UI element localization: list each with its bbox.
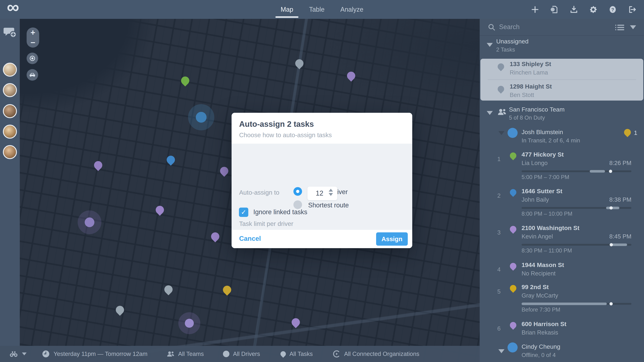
task-timeline[interactable] <box>522 171 632 172</box>
team-collapse-icon[interactable] <box>487 111 493 115</box>
task-address[interactable]: 2100 Washington St <box>522 224 580 231</box>
selected-unassigned-tasks[interactable]: 133 Shipley St Rinchen Lama 1298 Haight … <box>480 59 643 101</box>
driver-name[interactable]: Josh Blumstein <box>522 129 563 136</box>
map-task-pin[interactable] <box>165 154 176 166</box>
connected-orgs-icon <box>332 350 340 358</box>
task-limit-value[interactable]: 12 <box>316 189 323 197</box>
stepper-down-icon[interactable] <box>329 193 333 196</box>
shortest-route-radio[interactable] <box>294 200 302 209</box>
sort-chevron-down-icon[interactable] <box>630 25 636 29</box>
task-row[interactable]: 5 99 2nd St Gray McCarty Before 7:30 PM <box>480 284 644 314</box>
driver-status-dot[interactable] <box>508 128 518 138</box>
team-icon <box>497 108 507 117</box>
task-row[interactable]: 6 600 Harrison St Brian Rekasis <box>480 321 644 340</box>
task-address[interactable]: 133 Shipley St <box>510 60 551 67</box>
lookup-filter[interactable] <box>9 346 26 362</box>
task-eta: 8:26 PM <box>609 160 632 167</box>
tasks-filter[interactable]: All Tasks <box>280 346 313 362</box>
driver-name[interactable]: Cindy Cheung <box>522 343 560 350</box>
task-limit-input[interactable]: 12 <box>308 186 337 200</box>
search-input[interactable] <box>499 21 600 32</box>
onfleet-logo-icon[interactable]: ∞ <box>7 0 19 16</box>
map-task-pin[interactable] <box>221 284 233 296</box>
timeline-window-segment <box>590 170 605 173</box>
map-task-pin[interactable] <box>179 75 191 86</box>
task-timeline[interactable] <box>522 207 632 209</box>
new-chat-icon[interactable] <box>3 27 16 38</box>
list-view-icon[interactable] <box>615 24 624 32</box>
task-row[interactable]: 2 1646 Sutter St John Baily 8:38 PM 8:00… <box>480 188 644 218</box>
driver-status-dot[interactable] <box>508 343 518 353</box>
add-icon[interactable] <box>530 5 540 14</box>
task-pin-icon <box>508 262 518 271</box>
task-address[interactable]: 1298 Haight St <box>510 83 552 90</box>
task-row[interactable]: 1 477 Hickory St Lia Longo 8:26 PM 5:00 … <box>480 151 644 181</box>
orgs-filter-label: All Connected Organizations <box>344 351 419 357</box>
closest-driver-radio[interactable] <box>294 187 302 196</box>
task-timeline[interactable] <box>522 303 632 305</box>
user-avatar[interactable] <box>3 63 17 77</box>
map-task-pin[interactable] <box>154 204 166 216</box>
zoom-out-button[interactable]: − <box>26 37 39 48</box>
zoom-in-button[interactable]: + <box>26 27 39 37</box>
map-task-pin[interactable] <box>218 165 230 177</box>
map-task-pin[interactable] <box>114 304 126 316</box>
settings-gear-icon[interactable] <box>589 5 598 14</box>
download-icon[interactable] <box>569 5 578 14</box>
driver-collapse-icon[interactable] <box>498 349 504 353</box>
map-task-pin[interactable] <box>294 57 305 69</box>
user-avatar[interactable] <box>3 83 17 97</box>
assign-button[interactable]: Assign <box>376 232 408 246</box>
date-range-filter[interactable]: Yesterday 11pm — Tomorrow 12am <box>42 346 148 362</box>
import-icon[interactable] <box>550 5 559 14</box>
drivers-filter-label: All Drivers <box>233 351 260 357</box>
task-row[interactable]: 3 2100 Washington St Kevin Angel 8:45 PM… <box>480 224 644 255</box>
help-icon[interactable]: ? <box>608 5 618 14</box>
cancel-button[interactable]: Cancel <box>239 235 261 242</box>
logout-icon[interactable] <box>628 5 637 14</box>
task-address[interactable]: 477 Hickory St <box>522 151 564 158</box>
task-pin-icon <box>508 151 518 160</box>
unassigned-group-title[interactable]: Unassigned <box>496 38 528 45</box>
map-driver-dot[interactable] <box>185 319 194 328</box>
task-recipient: Ben Stott <box>510 92 534 98</box>
drivers-filter[interactable]: All Drivers <box>223 346 260 362</box>
locate-button[interactable] <box>26 53 38 64</box>
driver-collapse-icon[interactable] <box>498 131 504 135</box>
map-driver-dot[interactable] <box>196 112 206 123</box>
task-address[interactable]: 1944 Mason St <box>522 261 564 268</box>
shortest-route-label[interactable]: Shortest route <box>308 201 349 209</box>
user-avatar[interactable] <box>3 125 17 139</box>
task-number: 2 <box>497 192 500 199</box>
vehicle-button[interactable] <box>26 69 38 81</box>
map-task-pin[interactable] <box>162 284 174 295</box>
unassigned-collapse-icon[interactable] <box>487 43 493 47</box>
ignore-linked-tasks-checkbox[interactable]: ✓ <box>239 207 248 217</box>
ignore-linked-tasks-label[interactable]: Ignore linked tasks <box>253 208 307 216</box>
task-address[interactable]: 1646 Sutter St <box>522 188 562 195</box>
map-task-pin[interactable] <box>209 231 221 242</box>
task-address[interactable]: 600 Harrison St <box>522 321 566 328</box>
map-task-pin[interactable] <box>290 316 302 328</box>
task-timeline[interactable] <box>522 244 632 246</box>
modal-body: Auto-assign to Closest driver Shortest r… <box>232 144 412 230</box>
map-task-pin[interactable] <box>92 159 104 171</box>
timeline-window-segment <box>610 243 627 246</box>
stepper-up-icon[interactable] <box>329 189 333 191</box>
task-address[interactable]: 99 2nd St <box>522 284 549 291</box>
user-avatar[interactable] <box>3 104 17 118</box>
task-recipient: Lia Longo <box>522 160 548 167</box>
map-driver-dot[interactable] <box>85 217 94 227</box>
tab-map-label: Map <box>281 6 293 13</box>
onfleet-app: ∞ Map Table Analyze <box>0 0 644 362</box>
tab-table[interactable]: Table <box>309 0 324 19</box>
tab-map[interactable]: Map <box>281 0 293 19</box>
task-row[interactable]: 4 1944 Mason St No Recipient <box>480 261 644 281</box>
team-name[interactable]: San Francisco Team <box>509 106 564 113</box>
tab-analyze-label: Analyze <box>340 6 363 13</box>
tab-analyze[interactable]: Analyze <box>340 0 363 19</box>
orgs-filter[interactable]: All Connected Organizations <box>332 346 419 362</box>
user-avatar[interactable] <box>3 145 17 159</box>
teams-filter[interactable]: All Teams <box>166 346 204 362</box>
map-task-pin[interactable] <box>345 70 357 82</box>
